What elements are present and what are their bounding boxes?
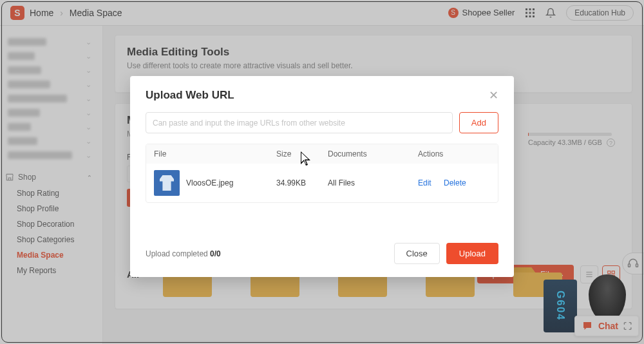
upload-status-count: 0/0 bbox=[210, 249, 221, 258]
upload-status-prefix: Upload completed bbox=[146, 249, 210, 258]
table-header: File Size Documents Actions bbox=[146, 144, 498, 164]
col-actions: Actions bbox=[418, 149, 490, 158]
col-file: File bbox=[154, 149, 276, 158]
modal-overlay: Upload Web URL ✕ Add File Size Documents… bbox=[0, 0, 644, 344]
delete-link[interactable]: Delete bbox=[444, 178, 466, 187]
upload-table: File Size Documents Actions VloosOE.jpeg… bbox=[146, 144, 498, 203]
image-url-input[interactable] bbox=[146, 112, 453, 133]
file-documents: All Files bbox=[328, 178, 418, 187]
col-size: Size bbox=[276, 149, 328, 158]
col-documents: Documents bbox=[328, 149, 418, 158]
add-url-button[interactable]: Add bbox=[459, 112, 498, 133]
modal-title: Upload Web URL bbox=[146, 89, 234, 102]
close-button[interactable]: Close bbox=[394, 243, 440, 264]
upload-status: Upload completed 0/0 bbox=[146, 249, 221, 258]
edit-link[interactable]: Edit bbox=[418, 178, 431, 187]
table-row: VloosOE.jpeg 34.99KB All Files Edit Dele… bbox=[146, 164, 498, 202]
close-icon[interactable]: ✕ bbox=[489, 90, 498, 101]
file-thumbnail bbox=[154, 170, 180, 196]
file-size: 34.99KB bbox=[276, 178, 328, 187]
upload-url-modal: Upload Web URL ✕ Add File Size Documents… bbox=[130, 76, 514, 277]
file-name: VloosOE.jpeg bbox=[186, 178, 233, 187]
upload-button[interactable]: Upload bbox=[446, 243, 498, 264]
